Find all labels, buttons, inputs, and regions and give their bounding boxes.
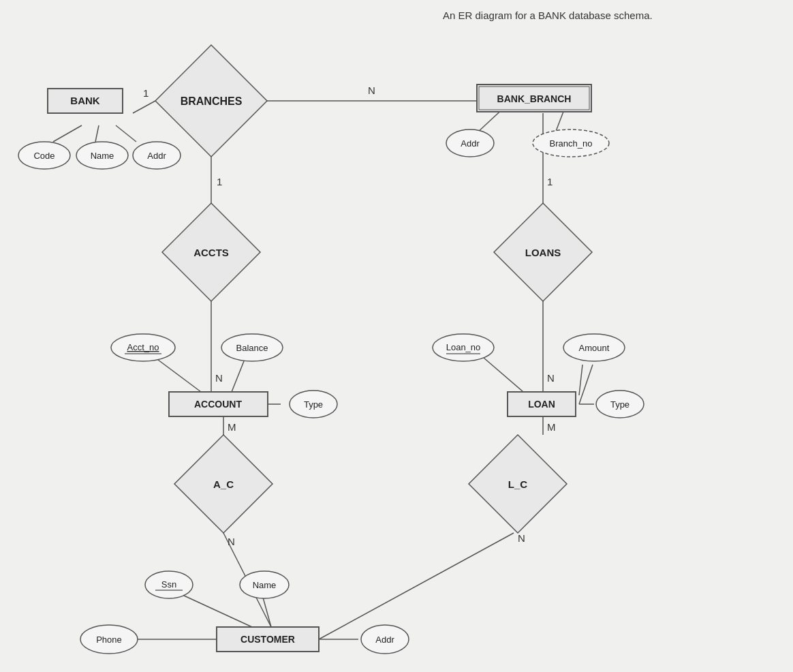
entity-loan-label: LOAN xyxy=(528,399,555,410)
card-ac-customer: N xyxy=(228,536,235,547)
svg-line-0 xyxy=(133,101,155,113)
svg-line-11 xyxy=(95,125,99,142)
attr-amount-label: Amount xyxy=(579,343,610,353)
svg-line-21 xyxy=(579,365,582,395)
attr-account-type-label: Type xyxy=(304,399,323,410)
attr-bank-addr-label: Addr xyxy=(147,151,166,161)
card-accts-account: N xyxy=(215,372,223,384)
svg-line-15 xyxy=(155,358,201,392)
attr-ssn-label: Ssn xyxy=(161,579,176,590)
svg-line-16 xyxy=(232,358,245,392)
rel-lc-label: L_C xyxy=(508,478,528,490)
svg-line-22 xyxy=(183,595,252,627)
attr-cust-name-label: Name xyxy=(253,580,277,590)
attr-bb-branchno-label: Branch_no xyxy=(550,138,593,149)
attr-loan-type-label: Type xyxy=(610,399,629,410)
attr-phone-label: Phone xyxy=(96,635,122,645)
attr-loanno-label: Loan_no xyxy=(446,342,481,352)
card-branches-bankbranch: N xyxy=(368,85,375,96)
attr-cust-addr-label: Addr xyxy=(375,635,394,645)
svg-line-23 xyxy=(262,595,271,627)
attr-bank-code-label: Code xyxy=(33,151,55,161)
attr-bb-addr-label: Addr xyxy=(461,138,480,149)
attr-acctno-label: Acct_no xyxy=(127,342,159,352)
rel-loans-label: LOANS xyxy=(525,247,561,258)
card-loan-lc: M xyxy=(547,421,556,433)
entity-account-label: ACCOUNT xyxy=(194,399,242,410)
card-branches-accts: 1 xyxy=(217,176,222,187)
card-account-ac: M xyxy=(228,421,236,433)
attr-balance-label: Balance xyxy=(236,343,268,353)
card-lc-customer: N xyxy=(518,532,525,544)
svg-line-19 xyxy=(579,365,593,404)
rel-ac-label: A_C xyxy=(213,478,234,490)
svg-line-12 xyxy=(116,125,136,142)
er-diagram: An ER diagram for a BANK database schema… xyxy=(0,0,793,672)
entity-customer-label: CUSTOMER xyxy=(240,634,295,645)
diagram-title: An ER diagram for a BANK database schema… xyxy=(443,10,653,21)
entity-bank-label: BANK xyxy=(70,95,99,106)
svg-line-9 xyxy=(319,533,514,639)
entity-bankbranch-label: BANK_BRANCH xyxy=(497,93,572,104)
card-bankbranch-loans: 1 xyxy=(547,176,553,187)
svg-line-10 xyxy=(53,125,82,142)
attr-bank-name-label: Name xyxy=(91,151,114,161)
card-loans-loan: N xyxy=(547,372,555,384)
svg-line-18 xyxy=(484,358,523,392)
rel-branches-label: BRANCHES xyxy=(181,95,243,107)
card-bank-branches: 1 xyxy=(143,87,149,99)
rel-accts-label: ACCTS xyxy=(193,247,229,258)
